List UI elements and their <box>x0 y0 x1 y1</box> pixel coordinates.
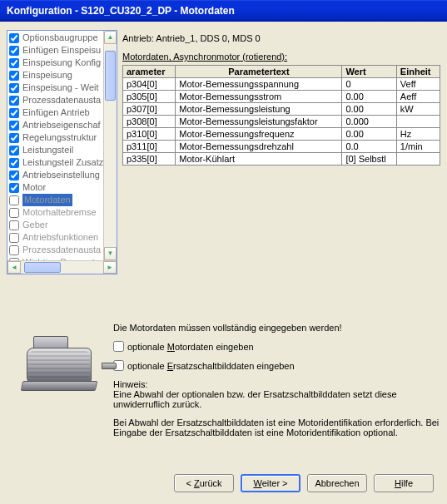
tree-label: Einfügen Antrieb <box>22 106 90 119</box>
help-button[interactable]: Hilfe <box>374 474 434 492</box>
tree-checkbox[interactable] <box>9 96 19 106</box>
tree-checkbox[interactable] <box>9 133 19 143</box>
tree-checkbox[interactable] <box>9 33 19 43</box>
param-value[interactable]: 0.00 <box>342 91 396 103</box>
tree-label: Leistungsteil Zusatz <box>22 156 103 169</box>
table-row[interactable]: p335[0]Motor-Kühlart[0] Selbstl <box>123 153 440 166</box>
param-value[interactable]: 0.0 <box>342 141 396 153</box>
tree-item[interactable]: Motordaten <box>8 194 116 206</box>
tree-checkbox[interactable] <box>9 121 19 131</box>
tree-checkbox[interactable] <box>9 195 19 205</box>
param-value[interactable]: [0] Selbstl <box>342 153 396 166</box>
param-unit: Hz <box>396 128 440 141</box>
param-id: p308[0] <box>123 116 176 128</box>
param-unit: Veff <box>396 78 440 91</box>
scroll-left-icon[interactable]: ◄ <box>7 261 21 274</box>
table-row[interactable]: p310[0]Motor-Bemessungsfrequenz0.00Hz <box>123 128 440 141</box>
param-id: p304[0] <box>123 78 176 91</box>
tree-item[interactable]: Motorhaltebremse <box>8 206 116 219</box>
optional-motordata-label: optionale Motordaten eingeben <box>127 342 254 352</box>
hint-label: Hinweis: <box>113 379 440 389</box>
hscroll-thumb[interactable] <box>24 262 61 273</box>
tree-label: Antriebseinstellung <box>22 169 100 181</box>
tree-item[interactable]: Leistungsteil <box>8 144 116 156</box>
window-title: Konfiguration - S120_CU320_2_DP - Motord… <box>7 5 235 17</box>
next-button[interactable]: Weiter > <box>241 474 300 492</box>
tree-checkbox[interactable] <box>9 220 19 230</box>
scroll-up-icon[interactable]: ▲ <box>104 31 117 44</box>
tree-label: Geber <box>22 219 48 231</box>
tree-item[interactable]: Einspeisung - Weit <box>8 82 116 94</box>
tree-hscrollbar[interactable]: ◄ ► <box>7 260 117 274</box>
scroll-right-icon[interactable]: ► <box>103 261 117 274</box>
param-unit: kW <box>396 103 440 116</box>
tree-checkbox[interactable] <box>9 245 19 255</box>
param-value[interactable]: 0.00 <box>342 128 396 141</box>
tree-item[interactable]: Leistungsteil Zusatz <box>8 156 116 169</box>
table-header: arameter <box>123 66 176 78</box>
tree-checkbox[interactable] <box>9 146 19 156</box>
tree-item[interactable]: Einspeisung <box>8 69 116 82</box>
wizard-tree: OptionsbaugruppeEinfügen EinspeisuEinspe… <box>7 30 117 274</box>
tree-checkbox[interactable] <box>9 83 19 93</box>
param-value[interactable]: 0 <box>342 78 396 91</box>
param-value[interactable]: 0.00 <box>342 103 396 116</box>
tree-label: Prozessdatenausta <box>22 94 101 106</box>
param-id: p307[0] <box>123 103 176 116</box>
param-id: p335[0] <box>123 153 176 166</box>
scroll-thumb[interactable] <box>105 51 116 101</box>
tree-checkbox[interactable] <box>9 108 19 118</box>
tree-item[interactable]: Prozessdatenausta <box>8 244 116 256</box>
tree-label: Einspeisung - Weit <box>22 82 99 94</box>
tree-checkbox[interactable] <box>9 183 19 193</box>
scroll-down-icon[interactable]: ▼ <box>104 247 117 260</box>
drive-label: Antrieb: Antrieb_1, DDS 0, MDS 0 <box>122 33 440 43</box>
tree-item[interactable]: Einfügen Einspeisu <box>8 44 116 57</box>
tree-label: Leistungsteil <box>22 144 73 156</box>
table-row[interactable]: p305[0]Motor-Bemessungsstrom0.00Aeff <box>123 91 440 103</box>
table-row[interactable]: p307[0]Motor-Bemessungsleistung0.00kW <box>123 103 440 116</box>
tree-checkbox[interactable] <box>9 170 19 180</box>
tree-item[interactable]: Regelungsstruktur <box>8 131 116 144</box>
tree-label: Einspeisung <box>22 69 72 82</box>
tree-checkbox[interactable] <box>9 58 19 68</box>
tree-checkbox[interactable] <box>9 233 19 243</box>
tree-item[interactable]: Einspeisung Konfig <box>8 57 116 69</box>
title-bar: Konfiguration - S120_CU320_2_DP - Motord… <box>0 0 447 22</box>
table-row[interactable]: p304[0]Motor-Bemessungsspannung0Veff <box>123 78 440 91</box>
tree-item[interactable]: Motor <box>8 181 116 194</box>
param-id: p305[0] <box>123 91 176 103</box>
tree-checkbox[interactable] <box>9 208 19 218</box>
param-value[interactable]: 0.000 <box>342 116 396 128</box>
tree-item[interactable]: Prozessdatenausta <box>8 94 116 106</box>
tree-checkbox[interactable] <box>9 71 19 81</box>
table-row[interactable]: p308[0]Motor-Bemessungsleistungsfaktor0.… <box>123 116 440 128</box>
optional-motordata-checkbox[interactable] <box>113 341 124 352</box>
cancel-button[interactable]: Abbrechen <box>307 474 367 492</box>
tree-label: Prozessdatenausta <box>22 244 101 256</box>
table-header: Parametertext <box>176 66 342 78</box>
warning-text: Die Motordaten müssen vollständig eingeg… <box>113 323 440 333</box>
tree-item[interactable]: Optionsbaugruppe <box>8 32 116 44</box>
motor-image <box>7 333 105 408</box>
tree-checkbox[interactable] <box>9 46 19 56</box>
tree-label: Optionsbaugruppe <box>22 32 98 44</box>
back-button[interactable]: < Zurück <box>174 474 234 492</box>
tree-checkbox[interactable] <box>9 158 19 168</box>
tree-item[interactable]: Einfügen Antrieb <box>8 106 116 119</box>
param-text: Motor-Bemessungsleistungsfaktor <box>176 116 342 128</box>
param-text: Motor-Bemessungsdrehzahl <box>176 141 342 153</box>
table-header: Wert <box>342 66 396 78</box>
table-row[interactable]: p311[0]Motor-Bemessungsdrehzahl0.01/min <box>123 141 440 153</box>
param-text: Motor-Bemessungsleistung <box>176 103 342 116</box>
param-id: p311[0] <box>123 141 176 153</box>
param-text: Motor-Kühlart <box>176 153 342 166</box>
tree-item[interactable]: Antriebsfunktionen <box>8 231 116 244</box>
table-header: Einheit <box>396 66 440 78</box>
tree-vscrollbar[interactable]: ▲ ▼ <box>103 31 117 260</box>
tree-item[interactable]: Antriebseigenschaf <box>8 119 116 131</box>
tree-item[interactable]: Geber <box>8 219 116 231</box>
param-unit: 1/min <box>396 141 440 153</box>
tree-item[interactable]: Antriebseinstellung <box>8 169 116 181</box>
tree-label: Einfügen Einspeisu <box>22 44 101 57</box>
